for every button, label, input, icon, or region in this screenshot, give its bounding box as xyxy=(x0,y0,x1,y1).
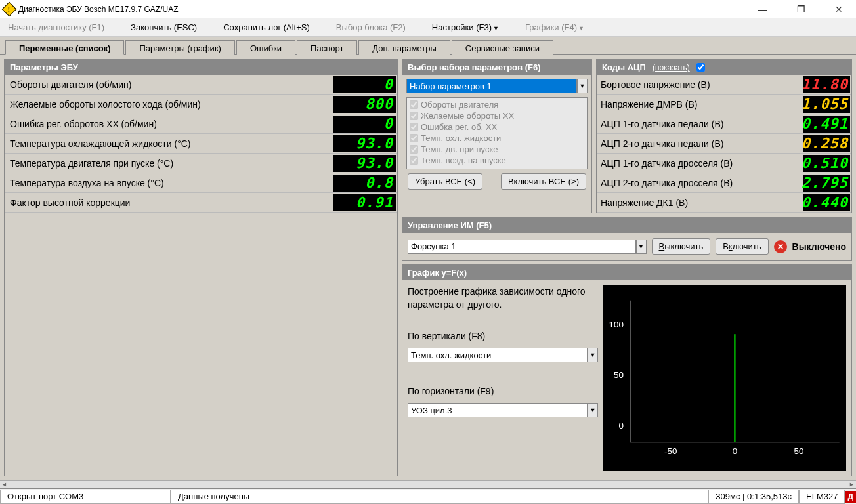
param-set-select[interactable]: Набор параметров 1 xyxy=(406,79,577,93)
param-label: Температура охлаждающей жидкости (°C) xyxy=(5,138,333,149)
chevron-down-icon[interactable]: ▼ xyxy=(636,240,647,254)
code-value: 0.510 xyxy=(803,155,850,172)
tab-add-params[interactable]: Доп. параметры xyxy=(358,40,450,55)
horizontal-scrollbar[interactable] xyxy=(0,480,856,488)
ecu-param-row: Температура двигателя при пуске (°C)93.0 xyxy=(5,154,397,173)
tab-params-graph[interactable]: Параметры (график) xyxy=(125,40,234,55)
statusbar: Открыт порт COM3 Данные получены 309мс |… xyxy=(0,488,856,504)
stop-icon[interactable]: ✕ xyxy=(774,240,787,253)
param-check-label: Темп. дв. при пуске xyxy=(421,144,498,154)
minimize-button[interactable]: — xyxy=(750,2,776,16)
param-set-panel: Выбор набора параметров (F6) Набор парам… xyxy=(402,59,592,213)
vertical-axis-select[interactable]: Темп. охл. жидкости xyxy=(408,348,588,362)
menubar: Начать диагностику (F1) Закончить (ESC) … xyxy=(0,18,856,37)
code-label: АЦП 1-го датчика дросселя (В) xyxy=(597,158,803,169)
tab-passport[interactable]: Паспорт xyxy=(297,40,357,55)
param-value: 0 xyxy=(333,116,396,133)
ecu-param-row: Фактор высотной коррекции0.91 xyxy=(5,193,397,213)
code-label: Напряжение ДК1 (В) xyxy=(597,198,803,208)
svg-text:100: 100 xyxy=(609,320,624,329)
chevron-down-icon[interactable]: ▼ xyxy=(588,403,598,417)
svg-text:50: 50 xyxy=(794,446,804,456)
im-off-button[interactable]: Выключить xyxy=(652,238,711,255)
ecu-param-row: Желаемые обороты холостого хода (об/мин)… xyxy=(5,94,397,114)
im-select[interactable]: Форсунка 1 xyxy=(408,240,636,254)
param-checklist[interactable]: Обороты двигателяЖелаемые обороты ХХОшиб… xyxy=(406,97,588,169)
adc-code-row: Бортовое напряжение (В)11.80 xyxy=(597,75,851,94)
status-adapter: ELM327 xyxy=(799,490,845,504)
param-checkbox[interactable] xyxy=(410,145,418,154)
chevron-down-icon: ▼ xyxy=(578,25,584,32)
add-all-button[interactable]: Включить ВСЕ (>) xyxy=(501,173,586,190)
param-check-label: Обороты двигателя xyxy=(421,100,498,110)
param-checkbox[interactable] xyxy=(410,134,418,142)
param-check-item[interactable]: Темп. дв. при пуске xyxy=(408,144,586,155)
maximize-button[interactable]: ❐ xyxy=(788,2,814,16)
svg-text:-50: -50 xyxy=(664,446,677,456)
svg-text:0: 0 xyxy=(733,446,737,456)
chart-svg: 100 50 0 -50 0 50 xyxy=(603,285,846,471)
show-link[interactable]: (показать) xyxy=(653,63,690,72)
param-value: 800 xyxy=(333,96,396,113)
plot-area: 100 50 0 -50 0 50 xyxy=(603,285,846,471)
graph-panel: График y=F(x) Построение графика зависим… xyxy=(402,264,852,476)
param-checkbox[interactable] xyxy=(410,100,418,109)
adc-code-row: Напряжение ДК1 (В)0.440 xyxy=(597,193,851,213)
tab-variables[interactable]: Переменные (список) xyxy=(5,40,124,55)
remove-all-button[interactable]: Убрать ВСЕ (<) xyxy=(408,173,482,190)
svg-text:0: 0 xyxy=(618,421,623,430)
im-control-header: Управление ИМ (F5) xyxy=(402,218,851,233)
param-value: 0.8 xyxy=(333,175,396,192)
menu-save-log[interactable]: Сохранить лог (Alt+S) xyxy=(223,22,310,32)
ecu-param-row: Обороты двигателя (об/мин)0 xyxy=(5,75,397,94)
param-checkbox[interactable] xyxy=(410,112,418,120)
chevron-down-icon: ▼ xyxy=(493,25,499,32)
ecu-params-header: Параметры ЭБУ xyxy=(5,60,397,75)
menu-select-block: Выбор блока (F2) xyxy=(336,22,406,32)
param-check-item[interactable]: Темп. возд. на впуске xyxy=(408,155,586,166)
show-checkbox[interactable] xyxy=(696,63,705,72)
param-label: Фактор высотной коррекции xyxy=(5,198,333,208)
adc-codes-panel: Коды АЦП (показать) Бортовое напряжение … xyxy=(596,59,852,213)
code-label: Бортовое напряжение (В) xyxy=(597,79,803,90)
param-label: Температура воздуха на впуске (°C) xyxy=(5,178,333,188)
code-label: АЦП 2-го датчика дросселя (В) xyxy=(597,178,803,188)
tab-errors[interactable]: Ошибки xyxy=(236,40,295,55)
horizontal-axis-label: По горизонтали (F9) xyxy=(408,386,598,396)
param-check-item[interactable]: Желаемые обороты ХХ xyxy=(408,110,586,121)
im-status: Выключено xyxy=(792,242,846,252)
param-set-header: Выбор набора параметров (F6) xyxy=(402,60,591,75)
tabstrip: Переменные (список) Параметры (график) О… xyxy=(0,37,856,55)
code-value: 0.491 xyxy=(803,116,850,133)
tab-service[interactable]: Сервисные записи xyxy=(452,40,553,55)
param-checkbox[interactable] xyxy=(410,156,418,165)
param-check-item[interactable]: Ошибка рег. об. ХХ xyxy=(408,121,586,133)
close-button[interactable]: ✕ xyxy=(826,2,852,16)
param-check-item[interactable]: Обороты двигателя xyxy=(408,99,586,110)
param-label: Обороты двигателя (об/мин) xyxy=(5,79,333,90)
adc-code-row: АЦП 2-го датчика педали (В)0.258 xyxy=(597,134,851,154)
menu-finish[interactable]: Закончить (ESC) xyxy=(131,22,197,32)
graph-header: График y=F(x) xyxy=(402,265,851,280)
adc-codes-header: Коды АЦП (показать) xyxy=(597,60,851,75)
param-value: 0.91 xyxy=(333,194,396,211)
im-on-button[interactable]: Включить xyxy=(716,238,768,255)
param-checkbox[interactable] xyxy=(410,123,418,131)
ecu-param-row: Температура охлаждающей жидкости (°C)93.… xyxy=(5,134,397,154)
window-title: Диагностика ЭБУ Bosch ME17.9.7 GAZ/UAZ xyxy=(18,5,750,14)
chevron-down-icon[interactable]: ▼ xyxy=(577,79,588,93)
adc-code-row: АЦП 2-го датчика дросселя (В)2.795 xyxy=(597,173,851,193)
param-value: 93.0 xyxy=(333,155,396,172)
ecu-param-row: Температура воздуха на впуске (°C)0.8 xyxy=(5,173,397,193)
param-label: Ошибка рег. оборотов ХХ (об/мин) xyxy=(5,119,333,129)
param-value: 0 xyxy=(333,76,396,93)
code-value: 0.440 xyxy=(803,194,850,211)
ecu-param-row: Ошибка рег. оборотов ХХ (об/мин)0 xyxy=(5,114,397,134)
param-check-label: Темп. возд. на впуске xyxy=(421,156,506,165)
param-check-item[interactable]: Темп. охл. жидкости xyxy=(408,133,586,144)
app-icon xyxy=(2,1,17,16)
menu-settings[interactable]: Настройки (F3)▼ xyxy=(432,22,499,32)
horizontal-axis-select[interactable]: УОЗ цил.3 xyxy=(408,403,588,417)
adc-code-row: Напряжение ДМРВ (В)1.055 xyxy=(597,94,851,114)
chevron-down-icon[interactable]: ▼ xyxy=(588,348,598,362)
